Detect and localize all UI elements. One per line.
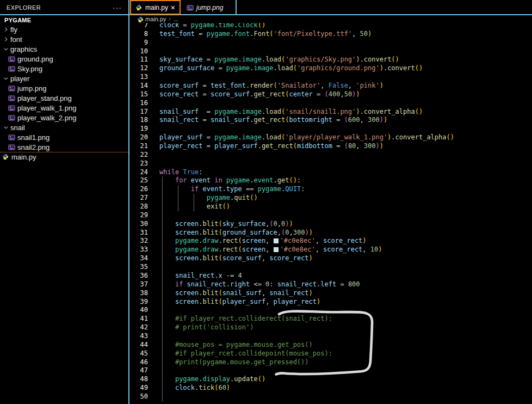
line-number: 11 <box>129 56 148 64</box>
chevron-down-icon[interactable] <box>3 75 9 82</box>
code-line-10[interactable]: 10 <box>129 47 532 56</box>
line-number: 38 <box>129 289 148 298</box>
line-number: 31 <box>129 229 148 237</box>
code-line-11[interactable]: 11sky_surface = pygame.image.load('graph… <box>129 56 532 64</box>
sidebar-file-player_walk_2.png[interactable]: player_walk_2.png <box>0 113 128 123</box>
chevron-right-icon[interactable] <box>3 36 9 42</box>
line-number: 16 <box>129 99 148 108</box>
code-line-8[interactable]: 8test_font = pygame.font.Font('font/Pixe… <box>129 30 532 39</box>
line-number: 30 <box>129 220 148 229</box>
sidebar-editor-divider[interactable] <box>128 0 129 404</box>
code-line-35[interactable]: 35 <box>129 263 532 272</box>
code-line-21[interactable]: 21player_rect = player_surf.get_rect(mid… <box>129 142 532 151</box>
code-line-32[interactable]: 32 pygame.draw.rect(screen, '#c0e8ec', s… <box>129 237 532 246</box>
code-line-50[interactable]: 50 <box>129 393 532 401</box>
code-line-18[interactable]: 18snail_rect = snail_surf.get_rect(botto… <box>129 116 532 125</box>
code-line-42[interactable]: 42 # print('collision') <box>129 323 532 332</box>
breadcrumb[interactable]: main.py › ... <box>129 15 532 23</box>
line-number: 40 <box>129 306 148 315</box>
code-line-17[interactable]: 17snail_surf = pygame.image.load('snail/… <box>129 108 532 117</box>
color-swatch[interactable] <box>274 238 279 243</box>
file-label: snail2.png <box>17 143 50 151</box>
code-line-25[interactable]: 25 for event in pygame.event.get(): <box>129 176 532 185</box>
line-number: 26 <box>129 185 148 194</box>
code-line-9[interactable]: 9 <box>129 39 532 47</box>
code-text: screen.blit(player_surf, player_rect) <box>159 298 320 307</box>
code-line-29[interactable]: 29 <box>129 211 532 220</box>
code-line-24[interactable]: 24while True: <box>129 168 532 177</box>
code-line-37[interactable]: 37 if snail_rect.right <= 0: snail_rect.… <box>129 280 532 289</box>
indent-guide <box>162 306 163 315</box>
tab-label: main.py <box>145 4 168 11</box>
sidebar-folder-graphics[interactable]: graphics <box>0 44 128 54</box>
line-number: 42 <box>129 323 148 332</box>
line-number: 9 <box>129 39 148 47</box>
code-line-39[interactable]: 39 screen.blit(player_surf, player_rect) <box>129 298 532 307</box>
sidebar-file-ground.png[interactable]: ground.png <box>0 54 128 64</box>
sidebar-file-snail2.png[interactable]: snail2.png <box>0 142 128 152</box>
code-line-31[interactable]: 31 screen.blit(ground_surface,(0,300)) <box>129 229 532 237</box>
code-line-28[interactable]: 28 exit() <box>129 203 532 211</box>
color-swatch[interactable] <box>274 247 279 252</box>
chevron-down-icon[interactable] <box>3 124 9 131</box>
file-label: player <box>10 75 29 83</box>
code-text: # print('collision') <box>159 323 253 332</box>
code-line-26[interactable]: 26 if event.type == pygame.QUIT: <box>129 185 532 194</box>
sidebar-file-player_walk_1.png[interactable]: player_walk_1.png <box>0 103 128 113</box>
sidebar-folder-player[interactable]: player <box>0 74 128 83</box>
line-number: 47 <box>129 366 148 375</box>
python-icon <box>137 16 143 22</box>
code-line-12[interactable]: 12ground_surface = pygame.image.load('gr… <box>129 64 532 73</box>
code-line-27[interactable]: 27 pygame.quit() <box>129 194 532 203</box>
tab-jump-png[interactable]: jump.png <box>182 0 237 15</box>
line-number: 13 <box>129 73 148 82</box>
code-line-43[interactable]: 43 <box>129 332 532 341</box>
chevron-right-icon[interactable] <box>3 26 9 33</box>
code-line-20[interactable]: 20player_surf = pygame.image.load('playe… <box>129 133 532 142</box>
code-line-44[interactable]: 44 #mouse_pos = pygame.mouse.get_pos() <box>129 341 532 350</box>
tab-main-py[interactable]: main.py × <box>130 0 181 15</box>
code-line-36[interactable]: 36 snail_rect.x -= 4 <box>129 272 532 280</box>
code-line-13[interactable]: 13 <box>129 73 532 82</box>
code-line-45[interactable]: 45 #if player_rcet.collidepoint(mouse_po… <box>129 350 532 358</box>
code-line-15[interactable]: 15score_rect = score_surf.get_rect(cente… <box>129 90 532 99</box>
code-line-34[interactable]: 34 screen.blit(score_surf, score_rect) <box>129 254 532 263</box>
code-line-19[interactable]: 19 <box>129 125 532 133</box>
workspace-title[interactable]: PYGAME <box>0 15 128 25</box>
breadcrumb-file[interactable]: main.py <box>145 16 166 22</box>
code-line-14[interactable]: 14score_surf = test_font.render('Snailat… <box>129 82 532 90</box>
close-icon[interactable]: × <box>171 4 175 11</box>
breadcrumb-rest[interactable]: ... <box>174 16 178 22</box>
code-text: snail_surf = pygame.image.load('snail/sn… <box>159 108 423 117</box>
line-number: 44 <box>129 341 148 350</box>
sidebar-file-main.py[interactable]: main.py <box>0 152 128 162</box>
code-line-46[interactable]: 46 #print(pygame.mouse.get_pressed()) <box>129 358 532 367</box>
code-line-40[interactable]: 40 <box>129 306 532 315</box>
sidebar-file-snail1.png[interactable]: snail1.png <box>0 132 128 142</box>
code-line-38[interactable]: 38 screen.blit(snail_surf, snail_rect) <box>129 289 532 298</box>
code-line-41[interactable]: 41 #if player_rect.colliderect(snail_rec… <box>129 315 532 323</box>
sidebar-file-player_stand.png[interactable]: player_stand.png <box>0 93 128 103</box>
code-text: for event in pygame.event.get(): <box>159 176 301 185</box>
image-icon <box>8 144 15 151</box>
code-line-23[interactable]: 23 <box>129 160 532 168</box>
sidebar-folder-snail[interactable]: snail <box>0 123 128 132</box>
sidebar-folder-fly[interactable]: fly <box>0 25 128 34</box>
chrome-border-horizontal <box>0 14 532 15</box>
code-editor[interactable]: 7clock = pygame.time.Clock()8test_font =… <box>129 21 532 401</box>
code-line-49[interactable]: 49 clock.tick(60) <box>129 384 532 393</box>
sidebar-file-Sky.png[interactable]: Sky.png <box>0 64 128 74</box>
more-actions-icon[interactable]: ··· <box>113 3 122 12</box>
sidebar-file-jump.png[interactable]: jump.png <box>0 83 128 93</box>
line-number: 43 <box>129 332 148 341</box>
code-line-16[interactable]: 16 <box>129 99 532 108</box>
code-line-33[interactable]: 33 pygame.draw.rect(screen, '#c0e8ec', s… <box>129 246 532 254</box>
code-line-30[interactable]: 30 screen.blit(sky_surface,(0,0)) <box>129 220 532 229</box>
code-line-22[interactable]: 22 <box>129 151 532 160</box>
line-number: 45 <box>129 350 148 358</box>
code-line-48[interactable]: 48 pygame.display.update() <box>129 375 532 384</box>
chevron-down-icon[interactable] <box>3 46 9 52</box>
image-icon <box>8 134 15 141</box>
sidebar-folder-font[interactable]: font <box>0 34 128 44</box>
code-line-47[interactable]: 47 <box>129 366 532 375</box>
